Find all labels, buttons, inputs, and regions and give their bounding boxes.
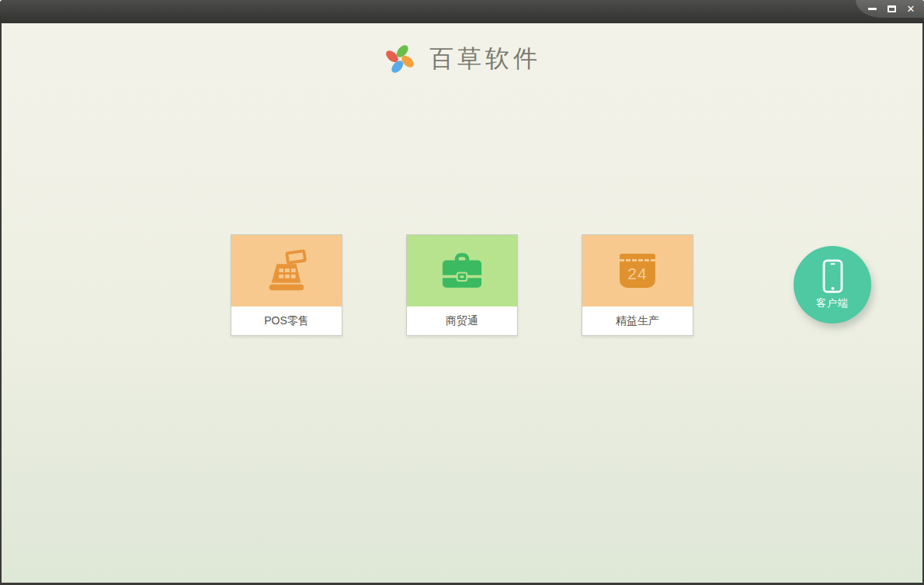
card-icon-area	[231, 235, 342, 306]
product-card-pos[interactable]: POS零售	[231, 234, 342, 336]
titlebar[interactable]: ✕	[0, 0, 924, 23]
product-card-lean[interactable]: 24 精益生产	[582, 234, 693, 336]
minimize-icon	[868, 8, 877, 10]
brand-header: 百草软件	[2, 42, 922, 76]
minimize-button[interactable]	[865, 3, 879, 16]
main-content: 百草软件 POS零售	[2, 23, 922, 583]
close-button[interactable]: ✕	[904, 3, 918, 16]
app-title: 百草软件	[429, 43, 541, 75]
cash-register-icon	[264, 249, 309, 292]
card-label: 商贸通	[407, 306, 517, 335]
close-icon: ✕	[907, 4, 915, 14]
client-label: 客户端	[816, 296, 849, 310]
card-icon-area	[407, 235, 517, 306]
calendar-binding-dashes	[620, 259, 655, 261]
pinwheel-icon	[383, 42, 417, 76]
maximize-icon	[888, 5, 896, 12]
card-icon-area: 24	[582, 235, 693, 306]
maximize-button[interactable]	[884, 3, 898, 16]
card-label: POS零售	[231, 306, 342, 335]
briefcase-icon	[441, 252, 483, 289]
calendar-day: 24	[627, 265, 647, 283]
card-label: 精益生产	[582, 306, 693, 335]
app-window: ✕ 百草软件	[0, 0, 924, 585]
client-button[interactable]: 客户端	[794, 246, 871, 324]
smartphone-icon	[822, 259, 843, 293]
product-card-trade[interactable]: 商贸通	[406, 234, 518, 336]
calendar-24-icon: 24	[620, 254, 655, 288]
window-controls: ✕	[856, 0, 924, 18]
